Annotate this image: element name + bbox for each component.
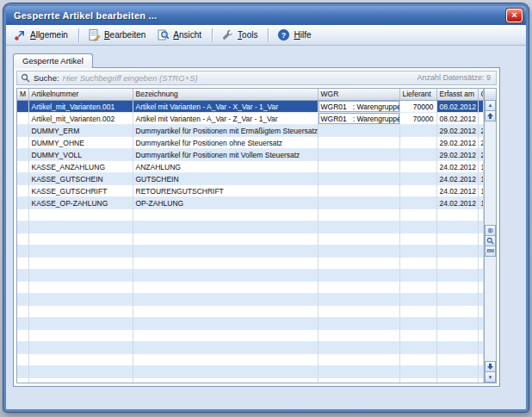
- cell-m[interactable]: [17, 197, 28, 209]
- cell-erfasst[interactable]: 24.02.2012: [436, 185, 478, 197]
- cell-wgr[interactable]: [318, 185, 399, 197]
- cell-bezeichnung[interactable]: Dummyartikel für Positionen mit Vollem S…: [133, 149, 318, 161]
- cell-bezeichnung[interactable]: ANZAHLUNG: [133, 161, 318, 173]
- cell-lieferant[interactable]: [399, 149, 436, 161]
- column-header-m[interactable]: M: [17, 89, 28, 101]
- cell-artikelnummer[interactable]: KASSE_OP-ZAHLUNG: [28, 197, 133, 209]
- cell-bezeichnung[interactable]: Dummyartikel für Positionen ohne Steuers…: [133, 137, 318, 149]
- cell-artikelnummer[interactable]: KASSE_ANZAHLUNG: [28, 161, 133, 173]
- cell-m[interactable]: [17, 113, 28, 125]
- cell-bezeichnung[interactable]: GUTSCHEIN: [133, 173, 318, 185]
- bearbeiten-button[interactable]: Bearbeiten: [84, 27, 152, 44]
- cell-bezeichnung[interactable]: Dummyartikel für Positionen mit Ermäßigt…: [133, 125, 318, 137]
- cell-erfasst[interactable]: 24.02.2012: [436, 161, 478, 173]
- cell-artikelnummer[interactable]: KASSE_GUTSCHEIN: [28, 173, 133, 185]
- cell-erfasst[interactable]: 29.02.2012: [436, 137, 478, 149]
- cell-m[interactable]: [17, 161, 28, 173]
- titlebar[interactable]: Gesperrte Artikel bearbeiten ... ×: [6, 6, 526, 25]
- cell-lieferant[interactable]: 70000: [399, 101, 436, 113]
- cell-g: [478, 378, 484, 383]
- column-header-erfasst-am[interactable]: Erfasst am: [436, 89, 478, 101]
- cell-erfasst[interactable]: 29.02.2012: [436, 149, 478, 161]
- cell-artikelnummer[interactable]: Artikel_mit_Varianten.001: [28, 101, 133, 113]
- cell-erfasst[interactable]: 29.02.2012: [436, 125, 478, 137]
- grid-row[interactable]: Artikel_mit_Varianten.002Artikel mit Var…: [17, 113, 484, 125]
- cell-erfasst[interactable]: 24.02.2012: [436, 197, 478, 209]
- grid-empty-row: [17, 306, 484, 318]
- column-header-artikelnummer[interactable]: Artikelnummer: [28, 89, 133, 101]
- cell-bezeichnung[interactable]: Artikel mit Varianten - A_Var - Z_Var - …: [133, 113, 318, 125]
- cell-wgr[interactable]: WGR01 : Warengruppe 1: [318, 101, 399, 113]
- tools-button[interactable]: Tools: [217, 27, 263, 44]
- cell-lieferant[interactable]: [399, 197, 436, 209]
- scrollbar-track-lower[interactable]: [485, 257, 496, 362]
- first-record-button[interactable]: [485, 110, 496, 121]
- cell-wgr: [318, 233, 399, 246]
- cell-erfasst[interactable]: 24.02.2012: [436, 173, 478, 185]
- cell-wgr[interactable]: WGR01 : Warengruppe 1: [318, 113, 399, 125]
- cell-g[interactable]: 1: [478, 197, 484, 209]
- cell-g[interactable]: 2: [478, 149, 484, 161]
- cell-wgr[interactable]: [318, 197, 399, 209]
- cell-bezeichnung[interactable]: OP-ZAHLUNG: [133, 197, 318, 209]
- cell-g[interactable]: [478, 113, 484, 125]
- grid-row[interactable]: KASSE_ANZAHLUNGANZAHLUNG24.02.20121: [17, 161, 484, 173]
- cell-lieferant[interactable]: [399, 185, 436, 197]
- cell-m[interactable]: [17, 185, 28, 197]
- allgemein-button[interactable]: Allgemein: [9, 27, 74, 44]
- cell-artikelnummer[interactable]: DUMMY_VOLL: [28, 149, 133, 161]
- scrollbar-track-upper[interactable]: [485, 121, 496, 227]
- cell-artikelnummer[interactable]: KASSE_GUTSCHRIFT: [28, 185, 133, 197]
- cell-g[interactable]: [478, 101, 484, 113]
- cell-lieferant[interactable]: [399, 125, 436, 137]
- cell-lieferant[interactable]: [399, 173, 436, 185]
- cell-lieferant[interactable]: [399, 161, 436, 173]
- close-button[interactable]: ×: [506, 9, 523, 22]
- cell-bezeichnung[interactable]: RETOURENGUTSCHRIFT: [133, 185, 318, 197]
- cell-m[interactable]: [17, 101, 28, 113]
- cell-artikelnummer[interactable]: DUMMY_OHNE: [28, 137, 133, 149]
- triangle-down-icon: ▼: [488, 375, 493, 380]
- cell-g[interactable]: 2: [478, 137, 484, 149]
- cell-wgr[interactable]: [318, 137, 399, 149]
- tab-bar: Gesperrte Artikel: [13, 51, 526, 67]
- cell-artikelnummer[interactable]: DUMMY_ERM: [28, 125, 133, 137]
- bookmark-button[interactable]: BM: [485, 246, 496, 257]
- cell-g[interactable]: 1: [478, 173, 484, 185]
- cell-wgr[interactable]: [318, 173, 399, 185]
- cell-wgr[interactable]: [318, 149, 399, 161]
- cell-lieferant[interactable]: 70000: [399, 113, 436, 125]
- ansicht-button[interactable]: Ansicht: [152, 27, 207, 44]
- cell-wgr[interactable]: [318, 161, 399, 173]
- grid-row[interactable]: KASSE_GUTSCHRIFTRETOURENGUTSCHRIFT24.02.…: [17, 185, 484, 197]
- column-header-bezeichnung[interactable]: Bezeichnung: [133, 89, 318, 101]
- hilfe-button[interactable]: ? Hilfe: [273, 27, 317, 44]
- cell-wgr[interactable]: [318, 125, 399, 137]
- cell-artikelnummer[interactable]: Artikel_mit_Varianten.002: [28, 113, 133, 125]
- cell-erfasst[interactable]: 08.02.2012: [436, 101, 478, 113]
- cell-erfasst[interactable]: 08.02.2012: [436, 113, 478, 125]
- cell-m[interactable]: [17, 173, 28, 185]
- cell-bezeichnung: [133, 270, 318, 282]
- cell-lieferant: [399, 354, 436, 366]
- column-header-g[interactable]: G: [478, 89, 484, 101]
- grid-row[interactable]: DUMMY_OHNEDummyartikel für Positionen oh…: [17, 137, 484, 149]
- tab-gesperrte-artikel[interactable]: Gesperrte Artikel: [13, 53, 93, 68]
- cell-bezeichnung[interactable]: Artikel mit Varianten - A_Var - X_Var - …: [133, 101, 318, 113]
- cell-m[interactable]: [17, 125, 28, 137]
- cell-lieferant[interactable]: [399, 137, 436, 149]
- column-header-wgr[interactable]: WGR: [318, 89, 399, 101]
- grid-row[interactable]: KASSE_GUTSCHEINGUTSCHEIN24.02.20121: [17, 173, 484, 185]
- search-input[interactable]: [63, 73, 414, 83]
- cell-g[interactable]: 2: [478, 125, 484, 137]
- cell-g[interactable]: 1: [478, 185, 484, 197]
- column-header-lieferant[interactable]: Lieferant: [399, 89, 436, 101]
- grid-row[interactable]: Artikel_mit_Varianten.001Artikel mit Var…: [17, 101, 484, 113]
- scroll-down-button[interactable]: ▼: [485, 371, 496, 383]
- grid-row[interactable]: DUMMY_VOLLDummyartikel für Positionen mi…: [17, 149, 484, 161]
- grid-row[interactable]: DUMMY_ERMDummyartikel für Positionen mit…: [17, 125, 484, 137]
- cell-m[interactable]: [17, 137, 28, 149]
- cell-g[interactable]: 1: [478, 161, 484, 173]
- cell-m[interactable]: [17, 149, 28, 161]
- grid-row[interactable]: KASSE_OP-ZAHLUNGOP-ZAHLUNG24.02.20121: [17, 197, 484, 209]
